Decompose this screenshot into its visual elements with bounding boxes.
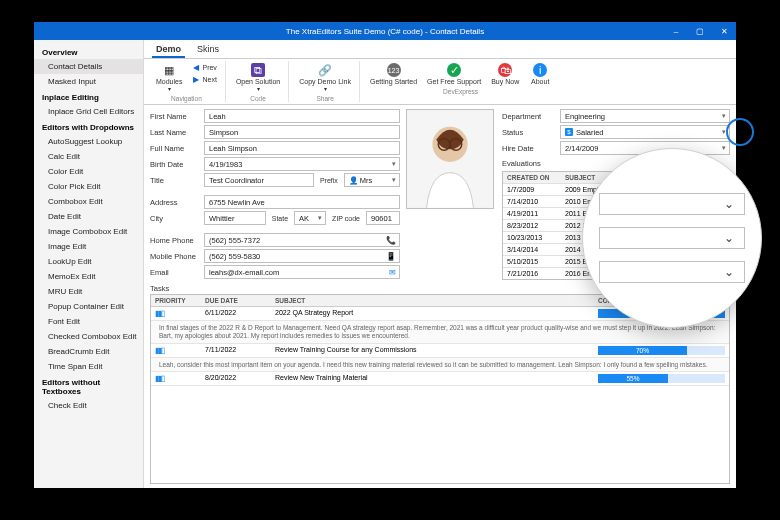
- code-icon: ⧉: [251, 63, 265, 77]
- cart-icon: 🛍: [498, 63, 512, 77]
- full-name-input[interactable]: Leah Simpson: [204, 141, 400, 155]
- sidebar-header: Inplace Editing: [34, 89, 143, 104]
- tabstrip: DemoSkins: [144, 40, 736, 59]
- sidebar-item[interactable]: MemoEx Edit: [34, 269, 143, 284]
- priority-icon: ▮▮▯: [155, 309, 164, 318]
- magnifier: ⌄ ⌄ ⌄: [582, 148, 762, 328]
- magnified-dropdown[interactable]: ⌄: [599, 193, 745, 215]
- mail-icon: ✉: [389, 268, 396, 277]
- ribbon: ▦Modules▾ ◀Prev ▶Next Navigation ⧉Open S…: [144, 59, 736, 105]
- sidebar-item[interactable]: Color Pick Edit: [34, 179, 143, 194]
- contact-photo[interactable]: [406, 109, 494, 209]
- sidebar: OverviewContact DetailsMasked InputInpla…: [34, 40, 144, 488]
- titlebar: The XtraEditors Suite Demo (C# code) - C…: [34, 22, 736, 40]
- sidebar-header: Editors with Dropdowns: [34, 119, 143, 134]
- sidebar-header: Editors without Textboxes: [34, 374, 143, 398]
- zip-input[interactable]: 90601: [366, 211, 400, 225]
- phone-icon: 📞: [386, 236, 396, 245]
- task-note: Leah, consider this most important item …: [151, 358, 729, 373]
- modules-button[interactable]: ▦Modules▾: [152, 61, 186, 94]
- status-select[interactable]: $Salaried: [560, 125, 730, 139]
- open-solution-button[interactable]: ⧉Open Solution▾: [232, 61, 284, 94]
- sidebar-item[interactable]: AutoSuggest Lookup: [34, 134, 143, 149]
- sidebar-item[interactable]: LookUp Edit: [34, 254, 143, 269]
- sidebar-item[interactable]: Font Edit: [34, 314, 143, 329]
- sidebar-item[interactable]: Popup Container Edit: [34, 299, 143, 314]
- sidebar-item[interactable]: MRU Edit: [34, 284, 143, 299]
- department-select[interactable]: Engineering: [560, 109, 730, 123]
- task-note: In final stages of the 2022 R & D Report…: [151, 321, 729, 344]
- birth-date-input[interactable]: 4/19/1983: [204, 157, 400, 171]
- link-icon: 🔗: [318, 63, 332, 77]
- home-phone-input[interactable]: (562) 555-7372📞: [204, 233, 400, 247]
- sidebar-item[interactable]: Image Combobox Edit: [34, 224, 143, 239]
- magnified-dropdown[interactable]: ⌄: [599, 227, 745, 249]
- first-name-input[interactable]: Leah: [204, 109, 400, 123]
- sidebar-item[interactable]: Check Edit: [34, 398, 143, 413]
- info-icon: i: [533, 63, 547, 77]
- task-row[interactable]: ▮▮▯8/20/2022Review New Training Material…: [151, 372, 729, 386]
- mobile-icon: 📱: [386, 252, 396, 261]
- mobile-phone-input[interactable]: (562) 559-5830📱: [204, 249, 400, 263]
- priority-icon: ▮▮▯: [155, 374, 164, 383]
- person-icon: 👤: [349, 176, 358, 185]
- support-button[interactable]: ✓Get Free Support: [423, 61, 485, 87]
- salaried-icon: $: [565, 128, 573, 136]
- sidebar-item[interactable]: Date Edit: [34, 209, 143, 224]
- close-button[interactable]: ✕: [712, 22, 736, 40]
- copy-link-button[interactable]: 🔗Copy Demo Link▾: [295, 61, 355, 94]
- priority-icon: ▮▮▯: [155, 346, 164, 355]
- chevron-down-icon: ⌄: [724, 231, 734, 245]
- modules-icon: ▦: [162, 63, 176, 77]
- sidebar-item[interactable]: Inplace Grid Cell Editors: [34, 104, 143, 119]
- sidebar-header: Overview: [34, 44, 143, 59]
- sidebar-item[interactable]: Checked Combobox Edit: [34, 329, 143, 344]
- sidebar-item[interactable]: Masked Input: [34, 74, 143, 89]
- sidebar-item[interactable]: Color Edit: [34, 164, 143, 179]
- prev-button[interactable]: ◀Prev: [188, 61, 220, 73]
- buy-button[interactable]: 🛍Buy Now: [487, 61, 523, 87]
- prev-icon: ◀: [192, 63, 200, 71]
- support-icon: ✓: [447, 63, 461, 77]
- magnified-dropdown[interactable]: ⌄: [599, 261, 745, 283]
- sidebar-item[interactable]: Contact Details: [34, 59, 143, 74]
- minimize-button[interactable]: –: [664, 22, 688, 40]
- sidebar-item[interactable]: Image Edit: [34, 239, 143, 254]
- sidebar-item[interactable]: BreadCrumb Edit: [34, 344, 143, 359]
- tab[interactable]: Skins: [193, 42, 223, 58]
- rocket-icon: 123: [387, 63, 401, 77]
- last-name-input[interactable]: Simpson: [204, 125, 400, 139]
- sidebar-item[interactable]: Calc Edit: [34, 149, 143, 164]
- tab[interactable]: Demo: [152, 42, 185, 58]
- window-title: The XtraEditors Suite Demo (C# code) - C…: [286, 27, 484, 36]
- sidebar-item[interactable]: Time Span Edit: [34, 359, 143, 374]
- getting-started-button[interactable]: 123Getting Started: [366, 61, 421, 87]
- maximize-button[interactable]: ▢: [688, 22, 712, 40]
- task-row[interactable]: ▮▮▯7/11/2022Review Training Course for a…: [151, 344, 729, 358]
- about-button[interactable]: iAbout: [525, 61, 555, 87]
- sidebar-item[interactable]: Combobox Edit: [34, 194, 143, 209]
- prefix-select[interactable]: 👤Mrs: [344, 173, 400, 187]
- highlight-ring: [726, 118, 754, 146]
- next-icon: ▶: [192, 75, 200, 83]
- title-input[interactable]: Test Coordinator: [204, 173, 314, 187]
- chevron-down-icon: ⌄: [724, 197, 734, 211]
- email-input[interactable]: leahs@dx-email.com✉: [204, 265, 400, 279]
- state-select[interactable]: AK: [294, 211, 326, 225]
- chevron-down-icon: ⌄: [724, 265, 734, 279]
- address-input[interactable]: 6755 Newlin Ave: [204, 195, 400, 209]
- next-button[interactable]: ▶Next: [188, 73, 220, 85]
- city-input[interactable]: Whittier: [204, 211, 266, 225]
